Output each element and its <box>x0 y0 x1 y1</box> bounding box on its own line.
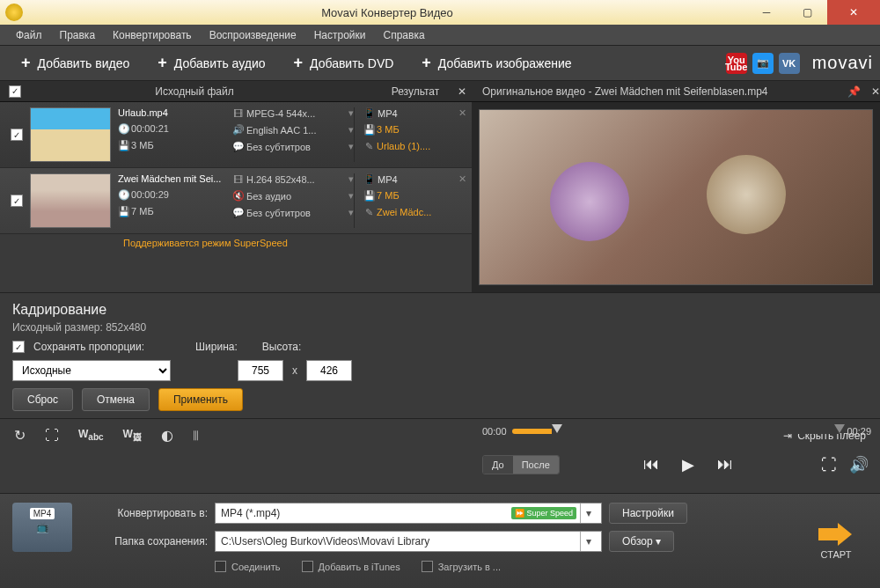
preview-pane <box>472 102 880 292</box>
disk-icon: 💾 <box>363 190 374 202</box>
watermark-text-icon[interactable]: Wabc <box>78 428 104 442</box>
plus-icon: + <box>294 54 304 72</box>
audio-dropdown[interactable]: 🔊English AAC 1...▾ <box>232 124 354 136</box>
menu-edit[interactable]: Правка <box>51 25 105 46</box>
source-size-label: Исходный размер: 852x480 <box>12 321 868 334</box>
toggle-after[interactable]: После <box>513 456 559 474</box>
file-checkbox[interactable]: ✓ <box>11 195 23 207</box>
out-size: 7 МБ <box>377 190 400 201</box>
upload-checkbox[interactable]: Загрузить в ... <box>422 561 501 572</box>
remove-icon[interactable]: ✕ <box>458 173 466 185</box>
menu-playback[interactable]: Воспроизведение <box>201 25 305 46</box>
chat-icon: 💬 <box>232 141 243 152</box>
add-dvd-button[interactable]: +Добавить DVD <box>280 46 408 80</box>
fullscreen-icon[interactable]: ⛶ <box>817 456 841 474</box>
seek-end-icon[interactable] <box>834 424 845 433</box>
width-input[interactable] <box>238 360 283 381</box>
close-result-icon[interactable]: ✕ <box>458 85 466 98</box>
convert-to-label: Конвертировать в: <box>84 507 208 519</box>
volume-icon[interactable]: 🔊 <box>847 455 871 474</box>
browse-button[interactable]: Обзор ▾ <box>609 531 674 552</box>
start-label: СТАРТ <box>821 549 852 560</box>
codec-dropdown[interactable]: 🎞H.264 852x48...▾ <box>232 173 354 185</box>
crop-icon[interactable]: ⛶ <box>45 428 59 444</box>
add-audio-label: Добавить аудио <box>174 56 266 70</box>
apply-button[interactable]: Применить <box>158 388 243 411</box>
save-folder-field[interactable]: C:\Users\Oleg Burkov\Videos\Movavi Libra… <box>215 531 602 552</box>
file-row[interactable]: ✓ Zwei Mädchen mit Sei... 🕐 00:00:29 💾 7… <box>0 168 472 234</box>
settings-button[interactable]: Настройки <box>609 503 687 524</box>
file-size: 3 МБ <box>131 140 154 151</box>
crop-preset-select[interactable]: Исходные <box>12 360 171 381</box>
file-checkbox[interactable]: ✓ <box>11 129 23 141</box>
select-all-checkbox[interactable]: ✓ <box>9 85 21 98</box>
close-button[interactable]: ✕ <box>827 0 880 25</box>
codec-dropdown[interactable]: 🎞MPEG-4 544x...▾ <box>232 107 354 119</box>
device-icon: 📱 <box>363 173 374 185</box>
minimize-button[interactable]: ─ <box>746 0 787 25</box>
start-arrow-icon <box>818 523 854 546</box>
cancel-button[interactable]: Отмена <box>82 388 150 411</box>
audio-dropdown[interactable]: 🔇Без аудио▾ <box>232 190 354 202</box>
seek-knob-icon[interactable] <box>552 424 562 433</box>
file-row[interactable]: ✓ Urlaub.mp4 🕐 00:00:21 💾 3 МБ 🎞MPEG-4 5… <box>0 102 472 168</box>
bottom-panel: MP4📺 Конвертировать в: MP4 (*.mp4) ⏩ Sup… <box>0 493 880 588</box>
file-size: 7 МБ <box>131 206 154 217</box>
plus-icon: + <box>21 54 31 72</box>
rotate-icon[interactable]: ↻ <box>14 427 26 444</box>
remove-icon[interactable]: ✕ <box>458 107 466 119</box>
next-button[interactable]: ⏭ <box>713 455 737 474</box>
height-label: Высота: <box>262 341 302 353</box>
camera-icon[interactable]: 📷 <box>752 53 774 74</box>
start-button[interactable]: СТАРТ <box>804 503 868 579</box>
before-after-toggle[interactable]: До После <box>482 455 560 474</box>
pin-icon[interactable]: 📌 <box>847 85 861 98</box>
out-name[interactable]: Urlaub (1).... <box>377 141 430 151</box>
crop-panel: Кадрирование Исходный размер: 852x480 ✓ … <box>0 292 880 418</box>
subs-dropdown[interactable]: 💬Без субтитров▾ <box>232 207 354 218</box>
preview-header: Оригинальное видео - Zwei Mädchen mit Se… <box>472 85 880 98</box>
vk-icon[interactable]: VK <box>779 53 800 74</box>
subs-dropdown[interactable]: 💬Без субтитров▾ <box>232 141 354 152</box>
add-image-label: Добавить изображение <box>438 56 572 70</box>
thumbnail[interactable] <box>30 107 111 162</box>
add-video-button[interactable]: +Добавить видео <box>7 46 143 80</box>
play-button[interactable]: ▶ <box>676 455 700 474</box>
width-label: Ширина: <box>195 341 238 353</box>
menu-settings[interactable]: Настройки <box>305 25 375 46</box>
app-logo-icon <box>5 4 23 21</box>
plus-icon: + <box>158 54 167 72</box>
maximize-button[interactable]: ▢ <box>787 0 827 25</box>
out-name[interactable]: Zwei Mädc... <box>377 207 431 217</box>
brightness-icon[interactable]: ◐ <box>161 427 173 444</box>
out-size: 3 МБ <box>377 124 400 135</box>
chevron-down-icon[interactable]: ▾ <box>580 532 596 551</box>
keep-ratio-checkbox[interactable]: ✓ <box>12 341 25 353</box>
menu-convert[interactable]: Конвертировать <box>104 25 201 46</box>
social-links: YouTube 📷 VK movavi <box>726 53 873 74</box>
preview-video[interactable] <box>479 109 873 285</box>
titlebar: Movavi Конвертер Видео ─ ▢ ✕ <box>0 0 880 25</box>
thumbnail[interactable] <box>30 173 111 228</box>
file-list: ✓ Urlaub.mp4 🕐 00:00:21 💾 3 МБ 🎞MPEG-4 5… <box>0 102 472 292</box>
plus-icon: + <box>422 54 431 72</box>
height-input[interactable] <box>306 360 352 381</box>
convert-to-select[interactable]: MP4 (*.mp4) ⏩ Super Speed ▾ <box>215 503 602 524</box>
equalizer-icon[interactable]: ⫴ <box>193 428 199 444</box>
join-checkbox[interactable]: Соединить <box>215 561 281 572</box>
add-image-button[interactable]: +Добавить изображение <box>407 46 585 80</box>
reset-button[interactable]: Сброс <box>12 388 73 411</box>
watermark-image-icon[interactable]: W🖼 <box>123 428 142 442</box>
menu-help[interactable]: Справка <box>375 25 434 46</box>
menubar: Файл Правка Конвертировать Воспроизведен… <box>0 25 880 46</box>
itunes-checkbox[interactable]: Добавить в iTunes <box>302 561 400 572</box>
menu-file[interactable]: Файл <box>7 25 51 46</box>
seek-slider[interactable] <box>512 429 842 434</box>
add-audio-button[interactable]: +Добавить аудио <box>143 46 279 80</box>
chevron-down-icon[interactable]: ▾ <box>580 503 596 523</box>
youtube-icon[interactable]: YouTube <box>726 53 747 74</box>
close-preview-icon[interactable]: ✕ <box>871 85 880 98</box>
toggle-before[interactable]: До <box>483 456 513 474</box>
prev-button[interactable]: ⏮ <box>639 455 664 474</box>
out-format: MP4 <box>378 108 398 119</box>
